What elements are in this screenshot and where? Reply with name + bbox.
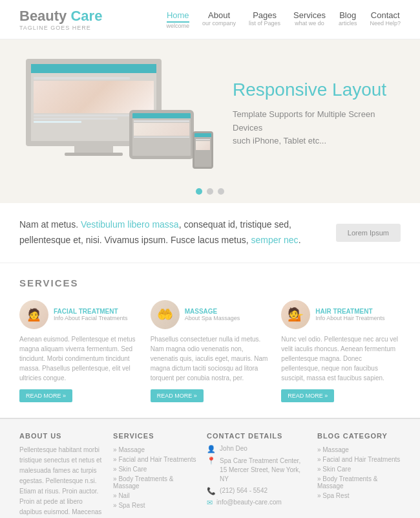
footer-service-item-3: » Skin Care (113, 464, 196, 474)
footer-service-item-2: » Facial and Hair Treatments (113, 455, 196, 464)
service-avatar-facial: 🙍 (19, 300, 48, 329)
footer-blog: BLOG CATEGORY » Massage » Facial and Hai… (317, 432, 401, 518)
dot-active (196, 188, 202, 195)
phone (193, 131, 213, 169)
hero-title: Responsive Layout (233, 80, 394, 100)
footer-service-item-4: » Body Treatments & Massage (113, 474, 196, 491)
service-card-facial: 🙍 FACIAL TREATMENT Info About Facial Tre… (19, 300, 139, 402)
services-section: SERVICES 🙍 FACIAL TREATMENT Info About F… (0, 263, 420, 414)
hero-devices (26, 59, 213, 169)
service-header-massage: 🤲 MASSAGE About Spa Massages (151, 300, 270, 329)
service-desc-massage: Phasellus consectetuer nulla id metus. N… (151, 334, 270, 383)
service-readmore-hair[interactable]: READ MORE » (281, 389, 334, 402)
nav-about[interactable]: About our company (202, 10, 236, 27)
nav-about-sub: our company (202, 20, 236, 27)
footer-services-list: » Massage » Facial and Hair Treatments »… (113, 445, 196, 510)
nav-blog[interactable]: Blog articles (339, 10, 357, 27)
contact-address-text: Spa Care Treatment Center, 15 Mercer Str… (220, 457, 307, 484)
service-readmore-massage[interactable]: READ MORE » (151, 389, 204, 402)
nav-contact-sub: Need Help? (370, 20, 401, 27)
dot-inactive-1 (207, 188, 213, 195)
highlight-button[interactable]: Lorem Ipsum (336, 224, 401, 242)
nav-pages-sub: list of Pages (249, 20, 280, 27)
service-sub-massage: About Spa Massages (185, 315, 240, 321)
footer-service-item-6: » Spa Rest (113, 501, 196, 510)
logo-area: Beauty Care TAGLINE GOES HERE (19, 8, 102, 31)
footer-about-text: Pellentesque habitant morbi tristique se… (19, 445, 103, 518)
nav-home[interactable]: Home welcome (167, 10, 190, 29)
nav-contact[interactable]: Contact Need Help? (370, 10, 401, 27)
highlight-text: Nam at metus. Vestibulum libero massa, c… (19, 217, 323, 248)
service-card-massage: 🤲 MASSAGE About Spa Massages Phasellus c… (151, 300, 270, 402)
logo-highlight: Care (70, 8, 102, 24)
nav-home-label: Home (167, 10, 190, 23)
services-grid: 🙍 FACIAL TREATMENT Info About Facial Tre… (19, 300, 401, 402)
contact-email-text: info@beauty-care.com (216, 499, 282, 506)
hero-section: Responsive Layout Template Supports for … (0, 39, 420, 182)
footer-contact-phone: 📞 (212) 564 - 5542 (207, 487, 307, 495)
nav-blog-sub: articles (339, 20, 357, 27)
service-avatar-massage: 🤲 (151, 300, 180, 329)
service-sub-hair: Info About Hair Treatments (315, 315, 384, 321)
contact-phone-text: (212) 564 - 5542 (220, 487, 268, 494)
nav-services-sub: what we do (293, 20, 326, 27)
service-sub-facial: Info About Facial Treatments (54, 315, 128, 321)
footer-blog-list: » Massage » Facial and Hair Treatments »… (317, 445, 401, 501)
service-avatar-hair: 💁 (281, 300, 310, 329)
contact-name-text: John Deo (220, 445, 247, 452)
footer-contact-address: 📍 Spa Care Treatment Center, 15 Mercer S… (207, 457, 307, 484)
footer-contact-name: 👤 John Deo (207, 445, 307, 453)
footer-contact-email: ✉ info@beauty-care.com (207, 499, 307, 507)
service-card-hair: 💁 HAIR TREATMENT Info About Hair Treatme… (281, 300, 401, 402)
footer-blog-item-5: » Spa Rest (317, 491, 401, 501)
footer-blog-item-3: » Skin Care (317, 464, 401, 474)
phone-icon: 📞 (207, 487, 216, 495)
hero-description: Template Supports for Multiple Screen De… (233, 108, 394, 148)
tablet (129, 110, 194, 159)
logo-tagline: TAGLINE GOES HERE (19, 25, 102, 31)
footer-blog-item-4: » Body Treatments & Massage (317, 474, 401, 491)
service-title-hair: HAIR TREATMENT (315, 308, 384, 315)
service-desc-hair: Nunc vel odio. Pellentesque nec arcu vel… (281, 334, 401, 383)
hero-dots (0, 182, 420, 203)
highlight-section: Nam at metus. Vestibulum libero massa, c… (0, 203, 420, 263)
footer-contact: CONTACT DETAILS 👤 John Deo 📍 Spa Care Tr… (207, 432, 307, 518)
footer-blog-item-2: » Facial and Hair Treatments (317, 455, 401, 464)
highlight-accent-2: semper nec (251, 235, 298, 245)
highlight-plain-1: Nam at metus. (19, 219, 81, 230)
location-icon: 📍 (207, 457, 216, 465)
highlight-accent-1: Vestibulum libero massa (81, 219, 179, 230)
service-title-massage: MASSAGE (185, 308, 240, 315)
footer-services-heading: SERVICES (113, 432, 196, 440)
nav-blog-label: Blog (339, 10, 357, 20)
service-header-hair: 💁 HAIR TREATMENT Info About Hair Treatme… (281, 300, 401, 329)
footer-contact-heading: CONTACT DETAILS (207, 432, 307, 440)
highlight-plain-3: . (299, 235, 301, 245)
footer: ABOUT US Pellentesque habitant morbi tri… (0, 418, 420, 518)
service-desc-facial: Aenean euismod. Pellentesque et metus ma… (19, 334, 139, 383)
nav-contact-label: Contact (370, 10, 401, 20)
footer-services: SERVICES » Massage » Facial and Hair Tre… (113, 432, 196, 518)
service-readmore-facial[interactable]: READ MORE » (19, 389, 72, 402)
footer-service-item-5: » Nail (113, 491, 196, 501)
header: Beauty Care TAGLINE GOES HERE Home welco… (0, 0, 420, 39)
footer-blog-item-1: » Massage (317, 445, 401, 455)
hero-text: Responsive Layout Template Supports for … (213, 80, 394, 148)
nav-about-label: About (202, 10, 236, 20)
dot-inactive-2 (218, 188, 224, 195)
footer-about-heading: ABOUT US (19, 432, 103, 440)
nav-pages-label: Pages (249, 10, 280, 20)
logo-title: Beauty Care (19, 8, 102, 25)
footer-blog-heading: BLOG CATEGORY (317, 432, 401, 440)
footer-about: ABOUT US Pellentesque habitant morbi tri… (19, 432, 103, 518)
nav-services-label: Services (293, 10, 326, 20)
nav-services[interactable]: Services what we do (293, 10, 326, 27)
person-icon: 👤 (207, 445, 216, 453)
service-title-facial: FACIAL TREATMENT (54, 308, 128, 315)
nav-pages[interactable]: Pages list of Pages (249, 10, 280, 27)
service-header-facial: 🙍 FACIAL TREATMENT Info About Facial Tre… (19, 300, 139, 329)
nav-home-sub: welcome (167, 23, 190, 29)
email-icon: ✉ (207, 499, 213, 507)
main-nav: Home welcome About our company Pages lis… (167, 8, 401, 29)
footer-service-item-1: » Massage (113, 445, 196, 455)
